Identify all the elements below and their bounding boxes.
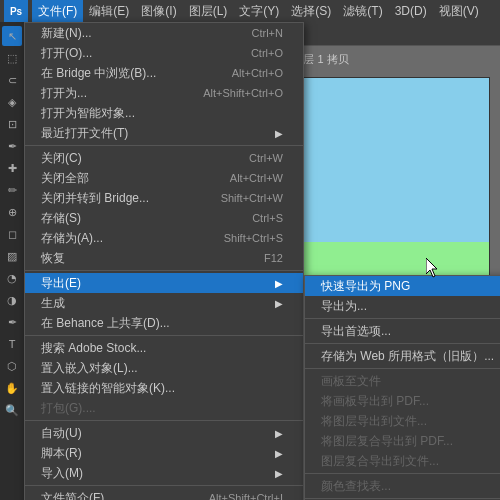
export-item-save-web[interactable]: 存储为 Web 所用格式（旧版）...	[305, 346, 500, 366]
menu-item-close-bridge[interactable]: 关闭并转到 Bridge... Shift+Ctrl+W	[25, 188, 303, 208]
menu-item-save[interactable]: 存储(S) Ctrl+S	[25, 208, 303, 228]
export-sep-3	[305, 368, 500, 369]
export-sep-2	[305, 343, 500, 344]
menu-item-open-as[interactable]: 打开为... Alt+Shift+Ctrl+O	[25, 83, 303, 103]
menu-item-close-all[interactable]: 关闭全部 Alt+Ctrl+W	[25, 168, 303, 188]
tool-eraser[interactable]: ◻	[2, 224, 22, 244]
menu-bar: Ps 文件(F) 编辑(E) 图像(I) 图层(L) 文字(Y) 选择(S) 滤…	[0, 0, 500, 22]
export-item-quick-png[interactable]: 快速导出为 PNG	[305, 276, 500, 296]
export-sep-5	[305, 498, 500, 499]
menu-item-scripts[interactable]: 脚本(R) ▶	[25, 443, 303, 463]
tool-dodge[interactable]: ◑	[2, 290, 22, 310]
menu-item-search-stock[interactable]: 搜索 Adobe Stock...	[25, 338, 303, 358]
export-item-layers-files[interactable]: 将图层导出到文件...	[305, 411, 500, 431]
menu-edit[interactable]: 编辑(E)	[83, 0, 135, 22]
menu-file[interactable]: 文件(F)	[32, 0, 83, 22]
menu-item-export[interactable]: 导出(E) ▶	[25, 273, 303, 293]
menu-item-save-as[interactable]: 存储为(A)... Shift+Ctrl+S	[25, 228, 303, 248]
left-toolbar: ↖ ⬚ ⊂ ◈ ⊡ ✒ ✚ ✏ ⊕ ◻ ▨ ◔ ◑ ✒ T ⬡ ✋ 🔍	[0, 22, 24, 500]
menu-3d[interactable]: 3D(D)	[389, 0, 433, 22]
menu-filter[interactable]: 滤镜(T)	[337, 0, 388, 22]
tool-heal[interactable]: ✚	[2, 158, 22, 178]
tool-brush[interactable]: ✏	[2, 180, 22, 200]
menu-item-smart[interactable]: 打开为智能对象...	[25, 103, 303, 123]
menu-item-automate[interactable]: 自动(U) ▶	[25, 423, 303, 443]
tool-wand[interactable]: ◈	[2, 92, 22, 112]
menu-item-place-embed[interactable]: 置入嵌入对象(L)...	[25, 358, 303, 378]
menu-item-recent[interactable]: 最近打开文件(T) ▶	[25, 123, 303, 143]
tool-clone[interactable]: ⊕	[2, 202, 22, 222]
export-item-color-lookup[interactable]: 颜色查找表...	[305, 476, 500, 496]
file-menu-dropdown: 新建(N)... Ctrl+N 打开(O)... Ctrl+O 在 Bridge…	[24, 22, 304, 500]
menu-item-open[interactable]: 打开(O)... Ctrl+O	[25, 43, 303, 63]
menu-item-package[interactable]: 打包(G)....	[25, 398, 303, 418]
tool-select[interactable]: ↖	[2, 26, 22, 46]
menu-layer[interactable]: 图层(L)	[183, 0, 234, 22]
tool-crop[interactable]: ⊡	[2, 114, 22, 134]
export-item-artboards-pdf[interactable]: 画板至文件	[305, 371, 500, 391]
menu-sep-5	[25, 485, 303, 486]
ps-logo: Ps	[4, 0, 28, 22]
menu-text[interactable]: 文字(Y)	[233, 0, 285, 22]
menu-item-revert[interactable]: 恢复 F12	[25, 248, 303, 268]
menu-item-share-behance[interactable]: 在 Behance 上共享(D)...	[25, 313, 303, 333]
export-submenu: 快速导出为 PNG 导出为... 导出首选项... 存储为 Web 所用格式（旧…	[304, 275, 500, 500]
menu-item-bridge[interactable]: 在 Bridge 中浏览(B)... Alt+Ctrl+O	[25, 63, 303, 83]
tool-eyedropper[interactable]: ✒	[2, 136, 22, 156]
export-sep-1	[305, 318, 500, 319]
menu-item-import[interactable]: 导入(M) ▶	[25, 463, 303, 483]
menu-sep-2	[25, 270, 303, 271]
export-sep-4	[305, 473, 500, 474]
export-item-artboards-pdf2[interactable]: 将画板导出到 PDF...	[305, 391, 500, 411]
export-item-export-as[interactable]: 导出为...	[305, 296, 500, 316]
menu-view[interactable]: 视图(V)	[433, 0, 485, 22]
menu-item-close[interactable]: 关闭(C) Ctrl+W	[25, 148, 303, 168]
tool-lasso[interactable]: ⊂	[2, 70, 22, 90]
menu-item-file-info[interactable]: 文件简介(F)... Alt+Shift+Ctrl+I	[25, 488, 303, 500]
export-item-layers-pdf[interactable]: 将图层复合导出到 PDF...	[305, 431, 500, 451]
menu-item-new[interactable]: 新建(N)... Ctrl+N	[25, 23, 303, 43]
tool-gradient[interactable]: ▨	[2, 246, 22, 266]
export-item-layer-comp-files[interactable]: 图层复合导出到文件...	[305, 451, 500, 471]
menu-sep-4	[25, 420, 303, 421]
tool-shape[interactable]: ⬡	[2, 356, 22, 376]
menu-sep-1	[25, 145, 303, 146]
tool-blur[interactable]: ◔	[2, 268, 22, 288]
menu-select[interactable]: 选择(S)	[285, 0, 337, 22]
tool-hand[interactable]: ✋	[2, 378, 22, 398]
tool-text[interactable]: T	[2, 334, 22, 354]
menu-sep-3	[25, 335, 303, 336]
export-item-preferences[interactable]: 导出首选项...	[305, 321, 500, 341]
tool-zoom[interactable]: 🔍	[2, 400, 22, 420]
menu-image[interactable]: 图像(I)	[135, 0, 182, 22]
menu-item-generate[interactable]: 生成 ▶	[25, 293, 303, 313]
tool-rect-select[interactable]: ⬚	[2, 48, 22, 68]
tool-pen[interactable]: ✒	[2, 312, 22, 332]
menu-item-place-link[interactable]: 置入链接的智能对象(K)...	[25, 378, 303, 398]
